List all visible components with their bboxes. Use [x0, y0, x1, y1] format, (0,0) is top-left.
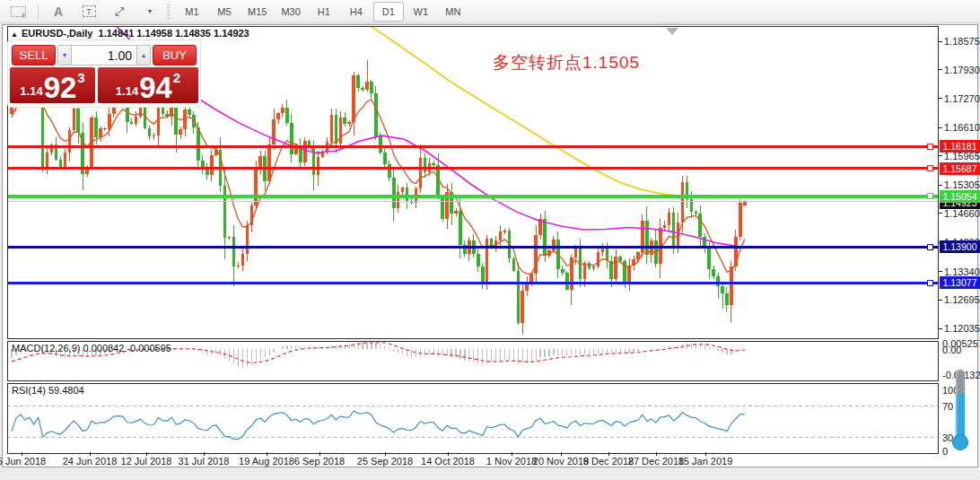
- rsi-label: RSI(14) 59.4804: [12, 385, 84, 396]
- thermometer-slider[interactable]: [949, 370, 971, 456]
- timeframe-button-h4[interactable]: H4: [341, 2, 372, 22]
- rsi-scale-label: 0: [942, 446, 948, 457]
- fibonacci-icon: F: [11, 6, 26, 17]
- date-label: 1 Nov 2018: [486, 456, 537, 467]
- date-label: 24 Jun 2018: [63, 456, 118, 467]
- sell-button[interactable]: SELL: [12, 45, 56, 65]
- timeframe-button-m5[interactable]: M5: [209, 2, 240, 22]
- chart-annotation: 多空转折点1.1505: [493, 51, 640, 74]
- date-label: 6 Sep 2018: [294, 456, 345, 467]
- date-label: 25 Sep 2018: [357, 456, 413, 467]
- price-badge: 1.16181: [940, 140, 980, 153]
- sell-price-prefix: 1.14: [20, 84, 42, 98]
- buy-price-prefix: 1.14: [116, 84, 138, 98]
- date-axis[interactable]: 5 Jun 201824 Jun 201812 Jul 201831 Jul 2…: [7, 454, 939, 468]
- date-label: 27 Dec 2018: [628, 456, 684, 467]
- macd-scale-label: 0.00: [942, 345, 961, 355]
- date-label: 9 Dec 2018: [583, 456, 634, 467]
- timeframe-button-m1[interactable]: M1: [177, 2, 207, 22]
- price-tick-dash: [939, 41, 942, 42]
- timeframe-button-d1[interactable]: D1: [373, 2, 404, 22]
- spinner-up-icon: ▲: [141, 52, 147, 58]
- price-badge: 1.15054: [940, 190, 980, 203]
- top-toolbar: F A T ⤢ ▾ M1M5M15M30H1H4D1W1MN: [0, 0, 980, 23]
- text-label-icon: A: [54, 4, 63, 19]
- date-label: 31 Jul 2018: [179, 456, 230, 467]
- sell-price-big: 92: [44, 74, 77, 101]
- symbol-name: EURUSD-,Daily: [22, 28, 92, 39]
- price-tick-dash: [939, 98, 942, 99]
- date-label: 20 Nov 2018: [533, 456, 589, 467]
- timeframe-button-h1[interactable]: H1: [309, 2, 339, 22]
- ohlc-values: 1.14841 1.14958 1.14835 1.14923: [99, 28, 249, 39]
- price-tick: 1.15305: [944, 179, 980, 190]
- arrows-icon: ⤢: [115, 4, 124, 19]
- toolbar-grip[interactable]: [167, 4, 171, 19]
- rsi-indicator-canvas[interactable]: [7, 383, 939, 454]
- date-label: 14 Oct 2018: [421, 456, 475, 467]
- price-tick-dash: [939, 69, 942, 70]
- price-badge: 1.13077: [940, 276, 980, 289]
- horizontal-line-objects[interactable]: [7, 144, 938, 285]
- date-label: 15 Jan 2019: [678, 456, 733, 467]
- thermometer-bulb-icon: [952, 434, 968, 450]
- collapse-triangle-icon: ▲: [11, 31, 18, 39]
- volume-decrease-button[interactable]: ▼: [57, 45, 72, 65]
- timeframe-button-m30[interactable]: M30: [275, 2, 306, 22]
- price-tick-dash: [939, 271, 942, 272]
- price-tick: 1.12695: [944, 294, 980, 305]
- price-tick: 1.12035: [944, 323, 980, 334]
- rsi-line: [12, 411, 745, 440]
- buy-price-big: 94: [139, 74, 172, 101]
- date-label: 5 Jun 2018: [0, 456, 46, 467]
- one-click-trading-panel: SELL ▼ ▲ BUY 1.14 92 3 1.14 94 2: [7, 39, 201, 108]
- text-box-icon: T: [83, 5, 96, 17]
- symbol-header: ▲EURUSD-,Daily 1.14841 1.14958 1.14835 1…: [11, 28, 249, 39]
- date-label: 12 Jul 2018: [121, 456, 172, 467]
- toolbar-separator: [38, 4, 39, 20]
- buy-button[interactable]: BUY: [153, 45, 197, 65]
- macd-label: MACD(12,26,9) 0.000842 -0.000595: [12, 343, 171, 353]
- timeframe-button-mn[interactable]: MN: [438, 2, 468, 22]
- thermometer-tube: [956, 370, 965, 441]
- price-tick: 1.14660: [944, 208, 980, 219]
- price-tick: 1.18575: [944, 36, 980, 47]
- spinner-down-icon: ▼: [62, 52, 68, 58]
- price-tick: 1.17930: [944, 65, 980, 75]
- timeframe-button-m15[interactable]: M15: [241, 2, 273, 22]
- text-box-tool-button[interactable]: T: [74, 2, 104, 22]
- price-badge: 1.13900: [940, 240, 980, 253]
- buy-price-pip: 2: [173, 70, 180, 85]
- arrows-dropdown-button[interactable]: ▾: [135, 2, 165, 22]
- price-tick-dash: [939, 127, 942, 128]
- volume-input[interactable]: [71, 45, 137, 65]
- arrows-tool-button[interactable]: ⤢: [104, 2, 135, 22]
- timeframe-button-w1[interactable]: W1: [406, 2, 436, 22]
- price-tick: 1.13340: [944, 266, 980, 277]
- volume-increase-button[interactable]: ▲: [136, 45, 151, 65]
- timeframe-bar: M1M5M15M30H1H4D1W1MN: [177, 2, 468, 22]
- fibonacci-tool-button[interactable]: F: [3, 2, 33, 22]
- buy-price-box[interactable]: 1.14 94 2: [98, 67, 198, 103]
- text-label-tool-button[interactable]: A: [43, 2, 74, 22]
- chart-shift-marker-icon: [666, 28, 678, 35]
- chevron-down-icon: ▾: [145, 7, 154, 15]
- date-label: 19 Aug 2018: [239, 456, 294, 467]
- price-tick: 1.16610: [944, 122, 980, 133]
- price-tick-dash: [939, 155, 942, 156]
- price-tick-dash: [939, 300, 942, 301]
- price-badge: 1.15687: [940, 162, 980, 175]
- price-tick-dash: [939, 185, 942, 186]
- price-tick-dash: [939, 213, 942, 214]
- sell-price-box[interactable]: 1.14 92 3: [10, 67, 95, 103]
- sell-price-pip: 3: [77, 70, 84, 85]
- price-tick: 1.17270: [944, 93, 980, 104]
- price-tick-dash: [939, 328, 942, 329]
